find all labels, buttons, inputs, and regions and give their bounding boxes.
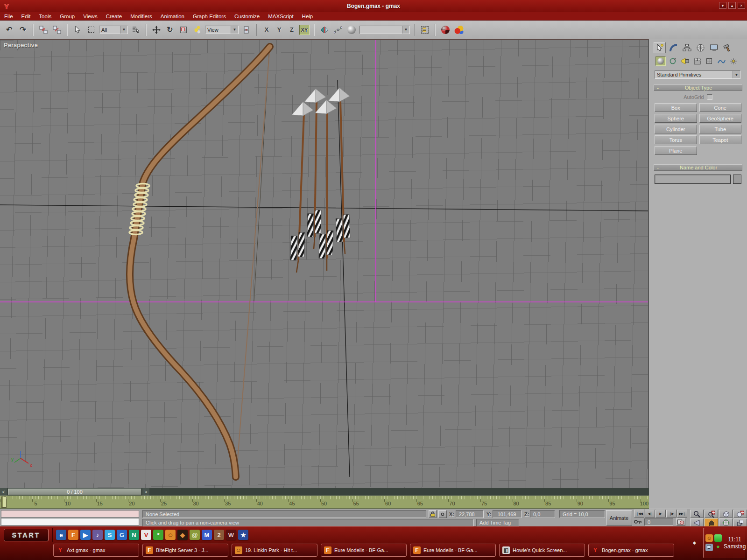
safely-remove-icon[interactable]: ◆ [693,540,696,545]
create-box-button[interactable]: Box [655,103,697,112]
time-ruler[interactable]: 5101520253035404550556065707580859095100 [0,496,649,509]
time-configuration-icon[interactable] [676,518,685,526]
icq-tray-icon[interactable]: * [714,544,722,551]
menu-item-tools[interactable]: Tools [35,14,56,19]
previous-frame-button[interactable]: ◀❘ [645,510,655,518]
x-coordinate-field[interactable]: 22,788 [456,510,484,518]
field-of-view-icon[interactable] [690,518,704,527]
redo-icon[interactable]: ↷ [17,24,28,35]
go-to-start-button[interactable]: ❘◀◀ [634,510,644,518]
menu-item-graph-editors[interactable]: Graph Editors [189,14,230,19]
zoom-all-icon[interactable] [705,510,718,518]
helpers-category-icon[interactable] [704,56,714,66]
selection-filter-dropdown[interactable]: All ▼ [99,26,128,34]
menu-item-create[interactable]: Create [102,14,127,19]
zoom-extents-icon[interactable] [719,510,733,518]
create-teapot-button[interactable]: Teapot [699,135,742,144]
hierarchy-tab-icon[interactable] [681,42,693,53]
select-and-rotate-icon[interactable]: ↻ [164,24,176,35]
object-name-field[interactable] [655,175,731,184]
restrict-xy-plane-button[interactable]: XY [299,25,310,35]
restrict-z-button[interactable]: Z [287,25,297,35]
chevron-down-icon[interactable]: ▼ [120,26,127,34]
winamp-icon[interactable]: ☺ [165,530,176,540]
select-object-icon[interactable] [72,24,83,35]
current-frame-field[interactable]: 0 [644,518,673,526]
add-time-tag-field[interactable]: Add Time Tag [476,519,519,526]
select-by-name-icon[interactable] [130,24,141,35]
z-coordinate-field[interactable]: 0,0 [530,510,555,518]
time-slider-thumb[interactable]: 0 / 100 [8,489,141,495]
maxscript-listener-bottom[interactable] [1,518,139,525]
menu-item-edit[interactable]: Edit [17,14,35,19]
media-folder-icon[interactable]: ◆ [177,530,188,540]
close-button[interactable]: × [738,2,745,9]
selection-lock-icon[interactable] [429,510,437,518]
task-button-bogen-gmax-gmax[interactable]: YBogen.gmax - gmax [588,544,674,557]
google-earth-icon[interactable]: G [117,530,127,540]
skype-icon[interactable]: S [105,530,115,540]
arc-rotate-icon[interactable] [719,518,733,527]
create-cylinder-button[interactable]: Cylinder [655,125,697,133]
chevron-down-icon[interactable]: ▼ [733,71,740,78]
zoom-icon[interactable] [690,510,704,518]
current-frame-marker[interactable] [1,497,7,508]
web-tool-icon[interactable]: @ [190,530,200,540]
task-button-bitefight-server-3-j[interactable]: FBiteFight Server 3 - J... [142,544,228,557]
messenger-icon[interactable]: M [202,530,212,540]
menu-item-maxscript[interactable]: MAXScript [264,14,297,19]
wolf-icon[interactable]: W [226,530,236,540]
pan-view-icon[interactable] [705,518,718,527]
create-cone-button[interactable]: Cone [699,103,742,112]
next-frame-arrow-icon[interactable]: > [142,488,149,496]
internet-explorer-icon[interactable]: e [56,530,66,540]
menu-item-help[interactable]: Help [298,14,317,19]
start-button[interactable]: START [4,529,49,541]
menu-item-customize[interactable]: Customize [230,14,264,19]
restrict-y-button[interactable]: Y [274,25,284,35]
shapes-category-icon[interactable] [668,56,678,66]
autogrid-checkbox[interactable] [707,94,712,100]
mirror-icon[interactable] [319,24,330,35]
clock[interactable]: 11:11 Samstag [724,536,746,550]
material-sphere-icon[interactable] [346,24,357,35]
restrict-x-button[interactable]: X [261,25,272,35]
media-player-icon[interactable]: ▶ [80,530,91,540]
space-warps-category-icon[interactable] [716,56,726,66]
two-icon[interactable]: 2 [214,530,224,540]
motion-tab-icon[interactable] [694,42,706,53]
menu-item-views[interactable]: Views [79,14,101,19]
create-sphere-button[interactable]: Sphere [655,114,697,123]
firefox-icon[interactable]: F [68,530,78,540]
utilities-tab-icon[interactable] [721,42,733,53]
viewport-label[interactable]: Perspective [4,42,38,49]
systems-category-icon[interactable] [728,56,739,66]
modify-tab-icon[interactable] [667,42,679,53]
object-type-rollout-header[interactable]: - Object Type [654,84,742,91]
select-and-scale-icon[interactable] [178,24,189,35]
chevron-down-icon[interactable]: ▼ [231,26,238,34]
snaps-toggle-icon[interactable] [332,24,344,35]
lights-category-icon[interactable] [680,56,690,66]
flag-icon[interactable]: ★ [238,530,248,540]
create-plane-button[interactable]: Plane [655,146,697,155]
task-button-eure-modells-bf-ga[interactable]: FEure Modells - BF-Ga... [410,544,496,557]
absolute-mode-icon[interactable] [438,510,447,518]
name-and-color-rollout-header[interactable]: - Name and Color [654,164,742,171]
object-color-swatch[interactable] [733,175,741,184]
maxscript-listener-top[interactable] [1,510,139,518]
restore-button[interactable]: ▴ [728,2,736,9]
go-to-end-button[interactable]: ▶▶❘ [677,510,687,518]
render-icon[interactable] [453,24,465,35]
winamp-tray-icon[interactable]: ☺ [705,534,713,542]
create-tube-button[interactable]: Tube [699,125,742,133]
chevron-down-icon[interactable]: ▼ [402,26,409,34]
reference-coordinate-dropdown[interactable]: View ▼ [205,26,239,34]
create-torus-button[interactable]: Torus [655,135,697,144]
display-tab-icon[interactable] [708,42,720,53]
headphones-icon[interactable]: ♪ [92,530,103,540]
minimize-button[interactable]: ▾ [719,2,726,9]
rectangular-selection-region-icon[interactable] [85,24,97,35]
undo-icon[interactable]: ↶ [4,24,15,35]
geometry-category-icon[interactable] [655,56,666,66]
